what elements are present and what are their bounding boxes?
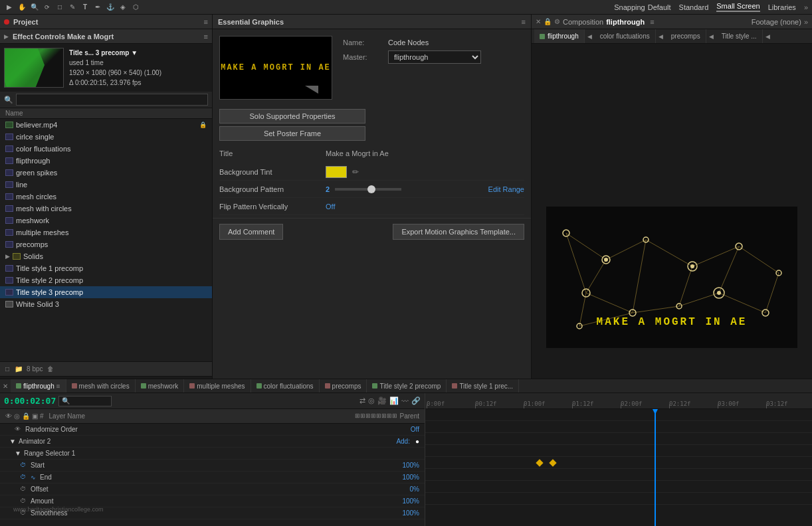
flip-pattern-off[interactable]: Off: [326, 203, 335, 211]
solo-layer-icon[interactable]: ◎: [14, 412, 20, 420]
eyedropper-icon[interactable]: ✏: [352, 167, 359, 177]
add-comment-button[interactable]: Add Comment: [219, 224, 283, 240]
layer-num-icon[interactable]: #: [40, 412, 44, 420]
list-item[interactable]: flipthrough: [0, 155, 212, 167]
set-poster-frame-button[interactable]: Set Poster Frame: [219, 126, 365, 141]
comp-tab-flipthrough[interactable]: flipthrough: [534, 29, 585, 44]
color-swatch[interactable]: [326, 166, 347, 178]
eg-master-select[interactable]: flipthrough: [388, 50, 481, 64]
pen-tool[interactable]: ✎: [67, 2, 78, 13]
essential-graphics-menu[interactable]: ≡: [522, 18, 526, 26]
transfer-icon[interactable]: ⇄: [359, 396, 365, 405]
comp-tab-title-style[interactable]: Title style ...: [716, 29, 763, 44]
timeline-tab-color-fluctuations[interactable]: color fluctuations: [251, 379, 320, 393]
time-code-display[interactable]: 0:00:02:07: [4, 396, 56, 406]
timeline-tab-multiple-meshes[interactable]: multiple meshes: [184, 379, 251, 393]
keyframe-diamond-2[interactable]: [549, 459, 556, 466]
list-item[interactable]: color fluctuations: [0, 143, 212, 155]
export-motion-graphics-button[interactable]: Export Motion Graphics Template...: [393, 224, 524, 240]
comp-menu-icon[interactable]: ≡: [650, 18, 654, 26]
layer-value[interactable]: 100%: [402, 497, 419, 505]
close-comp-icon[interactable]: ✕: [536, 18, 541, 25]
camera-icon[interactable]: 🎥: [377, 396, 387, 405]
list-item[interactable]: ▶ Solids: [0, 250, 212, 262]
stopwatch-icon[interactable]: ⏱: [20, 462, 28, 470]
timeline-tab-flipthrough[interactable]: flipthrough ≡: [11, 379, 66, 393]
visibility-toggle[interactable]: 👁: [15, 426, 23, 434]
lock-icon[interactable]: 🔒: [544, 18, 552, 25]
keyframe-diamond[interactable]: [536, 459, 543, 466]
text-tool[interactable]: T: [80, 2, 90, 13]
project-search-input[interactable]: [16, 94, 208, 106]
timeline-tab-title-style-1[interactable]: Title style 1 prec...: [447, 379, 519, 393]
list-item[interactable]: believer.mp4 🔒: [0, 119, 212, 131]
layer-value[interactable]: 100%: [402, 509, 419, 517]
list-item-selected[interactable]: Title style 3 precomp: [0, 286, 212, 298]
workspace-expand-icon[interactable]: »: [804, 3, 808, 11]
expand-icon[interactable]: ▼: [15, 450, 21, 457]
solo-icon[interactable]: ◎: [368, 396, 375, 405]
workspace-standard[interactable]: Standard: [679, 3, 709, 11]
import-icon[interactable]: 📁: [13, 364, 24, 374]
timeline-search-input[interactable]: [58, 396, 112, 406]
shape-tool[interactable]: □: [54, 2, 65, 13]
edit-range-link[interactable]: Edit Range: [488, 185, 524, 193]
switches-icon[interactable]: ⊞⊞⊞⊞⊞⊞⊞⊞: [355, 412, 397, 420]
workspace-small-screen[interactable]: Small Screen: [716, 2, 760, 12]
list-item[interactable]: precomps: [0, 238, 212, 250]
list-item[interactable]: line: [0, 179, 212, 191]
link-icon[interactable]: 🔗: [411, 396, 421, 405]
rotate-tool[interactable]: ⟳: [42, 2, 52, 13]
list-item[interactable]: meshwork: [0, 215, 212, 226]
list-item[interactable]: multiple meshes: [0, 226, 212, 238]
anchor-tool[interactable]: ⚓: [105, 2, 116, 13]
close-timeline-icon[interactable]: ✕: [0, 383, 11, 390]
layer-value[interactable]: Off: [411, 426, 419, 433]
settings-icon[interactable]: ⚙: [554, 18, 560, 25]
list-item[interactable]: cirlce single: [0, 131, 212, 143]
select-tool[interactable]: ▶: [4, 2, 15, 13]
timeline-tab-title-style-2[interactable]: Title style 2 precomp: [367, 379, 447, 393]
snapping-toggle[interactable]: Snapping: [614, 3, 645, 11]
visibility-icon[interactable]: 👁: [5, 412, 12, 420]
comp-tab-precomps[interactable]: precomps: [666, 29, 706, 44]
effect-controls-menu[interactable]: ≡: [204, 33, 208, 41]
new-folder-icon[interactable]: □: [4, 364, 11, 374]
playhead[interactable]: [655, 409, 656, 526]
trash-icon[interactable]: 🗑: [46, 364, 55, 374]
camera-tool[interactable]: ⬡: [130, 2, 141, 13]
layer-value[interactable]: 100%: [402, 474, 419, 481]
list-item[interactable]: White Solid 3: [0, 298, 212, 310]
timeline-tab-mesh-with-circles[interactable]: mesh with circles: [66, 379, 136, 393]
background-pattern-number[interactable]: 2: [326, 185, 330, 193]
workspace-default[interactable]: Default: [648, 3, 671, 11]
list-item[interactable]: mesh circles: [0, 191, 212, 203]
list-item[interactable]: green spikes: [0, 167, 212, 179]
timeline-tab-meshwork[interactable]: meshwork: [136, 379, 185, 393]
layer-value[interactable]: 100%: [402, 462, 419, 469]
list-item[interactable]: Title style 2 precomp: [0, 274, 212, 286]
workspace-libraries[interactable]: Libraries: [768, 3, 796, 11]
add-button[interactable]: ●: [415, 438, 419, 445]
layer-value[interactable]: 0%: [410, 485, 419, 493]
solo-supported-button[interactable]: Solo Supported Properties: [219, 109, 365, 124]
lock-layer-icon[interactable]: 🔒: [22, 412, 30, 420]
hand-tool[interactable]: ✋: [17, 2, 27, 13]
stopwatch-icon[interactable]: ⏱: [20, 474, 28, 482]
background-pattern-slider[interactable]: [335, 188, 401, 191]
stopwatch-icon[interactable]: ⏱: [20, 485, 28, 493]
comp-tab-color-fluctuations[interactable]: color fluctuations: [595, 29, 656, 44]
zoom-tool[interactable]: 🔍: [29, 2, 40, 13]
list-item[interactable]: Title style 1 precomp: [0, 262, 212, 274]
expand-icon[interactable]: ▼: [9, 438, 16, 445]
shape2-tool[interactable]: ◈: [118, 2, 128, 13]
stopwatch-icon[interactable]: ⏱: [20, 509, 28, 517]
list-item[interactable]: mesh with circles: [0, 203, 212, 215]
motion-icon[interactable]: 〰: [401, 397, 409, 405]
comp-expand-icon[interactable]: »: [804, 18, 808, 26]
timeline-tab-precomps[interactable]: precomps: [320, 379, 367, 393]
stopwatch-icon[interactable]: ⏱: [20, 497, 28, 505]
brush-tool[interactable]: ✒: [92, 2, 103, 13]
graph-icon[interactable]: 📊: [389, 396, 399, 405]
label-icon[interactable]: ▣: [32, 412, 38, 420]
